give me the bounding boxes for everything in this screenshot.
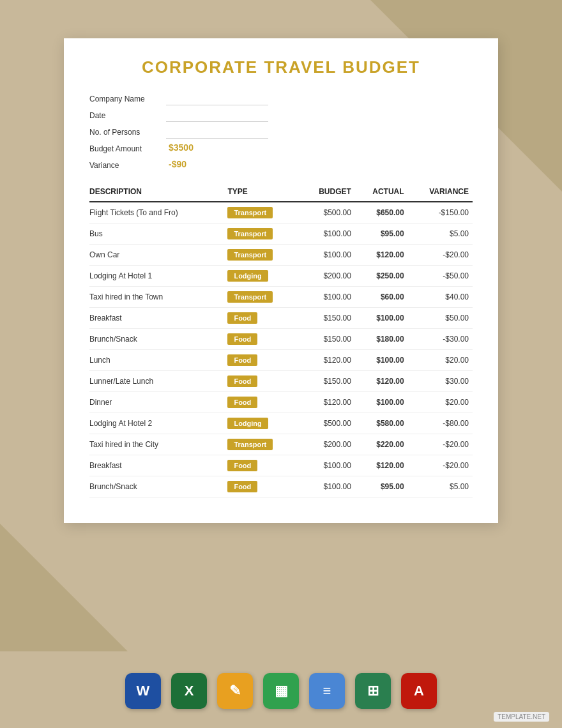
acrobat-icon[interactable]: A	[401, 673, 437, 709]
cell-type: Lodging	[227, 266, 301, 287]
variance-info-row: Variance -$90	[89, 159, 473, 172]
cell-budget: $100.00	[301, 245, 355, 266]
col-type: TYPE	[227, 182, 301, 202]
cell-variance: $40.00	[408, 287, 473, 308]
cell-actual: $120.00	[355, 245, 408, 266]
cell-actual: $100.00	[355, 308, 408, 329]
type-badge: Food	[227, 375, 257, 387]
cell-description: Dinner	[89, 392, 227, 413]
cell-description: Taxi hired in the Town	[89, 287, 227, 308]
table-row: Brunch/Snack Food $100.00 $95.00 $5.00	[89, 476, 473, 497]
cell-type: Food	[227, 455, 301, 476]
company-name-value	[166, 93, 268, 105]
type-badge: Lodging	[227, 270, 268, 282]
persons-value	[166, 126, 268, 139]
table-row: Lunch Food $120.00 $100.00 $20.00	[89, 350, 473, 371]
type-badge: Transport	[227, 228, 273, 239]
cell-type: Lodging	[227, 413, 301, 434]
cell-actual: $580.00	[355, 413, 408, 434]
cell-budget: $120.00	[301, 350, 355, 371]
table-row: Taxi hired in the City Transport $200.00…	[89, 434, 473, 455]
cell-variance: -$150.00	[408, 202, 473, 224]
cell-budget: $500.00	[301, 413, 355, 434]
cell-actual: $100.00	[355, 392, 408, 413]
app-icons-bar: WX✎▦≡⊞A	[0, 673, 562, 709]
pages-icon[interactable]: ✎	[217, 673, 253, 709]
cell-variance: -$20.00	[408, 455, 473, 476]
type-badge: Food	[227, 481, 257, 492]
cell-description: Lunner/Late Lunch	[89, 371, 227, 392]
cell-type: Transport	[227, 245, 301, 266]
cell-description: Breakfast	[89, 308, 227, 329]
cell-budget: $100.00	[301, 455, 355, 476]
table-row: Flight Tickets (To and Fro) Transport $5…	[89, 202, 473, 224]
cell-budget: $100.00	[301, 476, 355, 497]
cell-description: Lunch	[89, 350, 227, 371]
cell-description: Own Car	[89, 245, 227, 266]
cell-variance: -$50.00	[408, 266, 473, 287]
table-row: Breakfast Food $150.00 $100.00 $50.00	[89, 308, 473, 329]
cell-description: Flight Tickets (To and Fro)	[89, 202, 227, 224]
cell-variance: $20.00	[408, 392, 473, 413]
cell-budget: $100.00	[301, 287, 355, 308]
cell-budget: $120.00	[301, 392, 355, 413]
cell-type: Food	[227, 371, 301, 392]
cell-description: Brunch/Snack	[89, 329, 227, 350]
table-row: Taxi hired in the Town Transport $100.00…	[89, 287, 473, 308]
type-badge: Food	[227, 333, 257, 345]
cell-variance: -$20.00	[408, 434, 473, 455]
cell-budget: $100.00	[301, 224, 355, 245]
cell-type: Food	[227, 392, 301, 413]
cell-description: Lodging At Hotel 2	[89, 413, 227, 434]
cell-actual: $650.00	[355, 202, 408, 224]
cell-actual: $250.00	[355, 266, 408, 287]
cell-type: Food	[227, 308, 301, 329]
cell-variance: -$20.00	[408, 245, 473, 266]
persons-row: No. of Persons	[89, 126, 473, 139]
cell-variance: -$80.00	[408, 413, 473, 434]
table-row: Own Car Transport $100.00 $120.00 -$20.0…	[89, 245, 473, 266]
col-actual: ACTUAL	[355, 182, 408, 202]
table-row: Lodging At Hotel 1 Lodging $200.00 $250.…	[89, 266, 473, 287]
type-badge: Transport	[227, 291, 273, 303]
cell-actual: $120.00	[355, 371, 408, 392]
gdocs-icon[interactable]: ≡	[309, 673, 345, 709]
cell-type: Food	[227, 350, 301, 371]
cell-type: Transport	[227, 224, 301, 245]
table-row: Dinner Food $120.00 $100.00 $20.00	[89, 392, 473, 413]
cell-actual: $60.00	[355, 287, 408, 308]
word-icon[interactable]: W	[125, 673, 161, 709]
date-row: Date	[89, 109, 473, 122]
cell-description: Taxi hired in the City	[89, 434, 227, 455]
type-badge: Lodging	[227, 418, 268, 429]
cell-variance: $5.00	[408, 476, 473, 497]
budget-amount-label: Budget Amount	[89, 144, 166, 153]
variance-info-label: Variance	[89, 161, 166, 170]
type-badge: Food	[227, 354, 257, 366]
gsheets-icon[interactable]: ⊞	[355, 673, 391, 709]
cell-variance: $50.00	[408, 308, 473, 329]
cell-budget: $150.00	[301, 308, 355, 329]
cell-description: Breakfast	[89, 455, 227, 476]
budget-table: DESCRIPTION TYPE BUDGET ACTUAL VARIANCE …	[89, 182, 473, 497]
type-badge: Food	[227, 397, 257, 408]
cell-budget: $150.00	[301, 329, 355, 350]
cell-variance: $5.00	[408, 224, 473, 245]
cell-type: Food	[227, 329, 301, 350]
cell-description: Bus	[89, 224, 227, 245]
excel-icon[interactable]: X	[171, 673, 207, 709]
cell-type: Transport	[227, 434, 301, 455]
cell-budget: $200.00	[301, 266, 355, 287]
cell-actual: $180.00	[355, 329, 408, 350]
budget-amount-row: Budget Amount $3500	[89, 142, 473, 155]
cell-actual: $120.00	[355, 455, 408, 476]
table-row: Lodging At Hotel 2 Lodging $500.00 $580.…	[89, 413, 473, 434]
numbers-icon[interactable]: ▦	[263, 673, 299, 709]
table-row: Bus Transport $100.00 $95.00 $5.00	[89, 224, 473, 245]
type-badge: Transport	[227, 207, 273, 218]
type-badge: Transport	[227, 439, 273, 450]
company-row: Company Name	[89, 93, 473, 105]
cell-actual: $220.00	[355, 434, 408, 455]
cell-budget: $200.00	[301, 434, 355, 455]
table-row: Lunner/Late Lunch Food $150.00 $120.00 $…	[89, 371, 473, 392]
